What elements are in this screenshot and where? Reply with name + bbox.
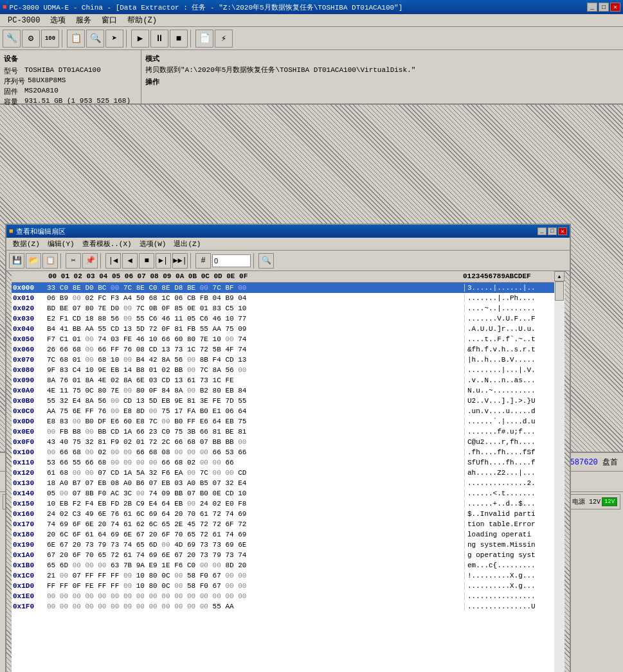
hex-row-bytes: 26 66 68 00 66 FF 76 08 CD 13 73 1C 72 5… [47, 346, 464, 353]
hex-row[interactable]: 0x15010 EB F2 F4 EB FD 2B C9 E4 64 EB 00… [12, 499, 554, 509]
hex-row[interactable]: 0x13018 A0 B7 07 EB 08 A0 B6 07 EB 03 A0… [12, 478, 554, 488]
toolbar-sep2 [126, 30, 129, 48]
hex-row-addr: 0x030 [12, 315, 47, 323]
close-btn[interactable]: ✕ [610, 3, 620, 12]
hex-row[interactable]: 0x01006 B9 00 02 FC F3 A4 50 68 1C 06 CB… [12, 293, 554, 303]
hex-row[interactable]: 0x0B055 32 E4 8A 56 00 CD 13 5D EB 9E 81… [12, 396, 554, 406]
toolbar-wrench-btn[interactable]: 🔧 [3, 30, 21, 48]
hex-tb-next[interactable]: ▶| [156, 253, 171, 269]
hex-row[interactable]: 0x06026 66 68 00 66 FF 76 08 CD 13 73 1C… [12, 344, 554, 355]
hex-row-ascii: g operating syst [464, 551, 554, 559]
hex-row-addr: 0x1C0 [12, 572, 47, 579]
hex-row[interactable]: 0x020BD BE 07 80 7E D0 00 7C 0B 0F 85 0E… [12, 303, 554, 314]
hex-row-bytes: 00 00 00 00 00 00 00 00 00 00 00 00 00 0… [47, 592, 464, 600]
hex-row[interactable]: 0x0A04E 11 75 0C 80 7E 00 80 0F 84 8A 00… [12, 385, 554, 396]
hex-row[interactable]: 0x12061 68 00 00 07 CD 1A 5A 32 F6 EA 00… [12, 468, 554, 478]
hex-tb-copy[interactable]: 📋 [42, 253, 58, 269]
hex-tb-stop[interactable]: ■ [139, 253, 154, 269]
hex-row[interactable]: 0x0809F 83 C4 10 9E EB 14 B8 01 02 BB 00… [12, 365, 554, 375]
toolbar-copy2-btn[interactable]: 📄 [195, 30, 213, 48]
hex-row-ascii: .A.U.U.]r...U.u. [464, 325, 554, 333]
menu-help[interactable]: 帮助(Z) [122, 13, 162, 27]
menu-pc3000[interactable]: PC-3000 [3, 15, 45, 26]
hex-scroll-thumb[interactable] [555, 281, 564, 301]
hex-row[interactable]: 0x1906E 67 20 73 79 73 74 65 6D 00 4D 69… [12, 540, 554, 550]
hex-row[interactable]: 0x040B4 41 BB AA 55 CD 13 5D 72 0F 81 FB… [12, 324, 554, 334]
hex-row[interactable]: 0x1E000 00 00 00 00 00 00 00 00 00 00 00… [12, 591, 554, 601]
hex-tb-search[interactable]: 🔍 [258, 253, 274, 269]
hex-scroll-up[interactable]: ▲ [554, 271, 564, 281]
hex-row[interactable]: 0x1B065 6D 00 00 00 63 7B 9A E9 1E F6 C0… [12, 560, 554, 570]
hex-tb-prev[interactable]: ◀ [122, 253, 138, 269]
hex-tb-first[interactable]: |◀ [105, 253, 121, 269]
hex-row-addr: 0x050 [12, 335, 47, 343]
hex-tb-sep1 [60, 253, 63, 269]
hex-minimize-btn[interactable]: _ [537, 227, 546, 235]
minimize-btn[interactable]: _ [587, 3, 597, 12]
hex-row-bytes: 53 66 55 66 68 00 00 00 00 66 68 02 00 0… [47, 459, 464, 466]
hex-row-addr: 0x160 [12, 510, 47, 518]
toolbar-lightning-btn[interactable]: ⚡ [215, 30, 233, 48]
hex-menu-template[interactable]: 查看模板..(X) [78, 238, 136, 249]
toolbar-stop-btn[interactable]: ■ [170, 30, 188, 48]
toolbar-100-btn[interactable]: 100 [41, 30, 59, 48]
hex-row[interactable]: 0x0E000 FB B8 00 BB CD 1A 66 23 C0 75 3B… [12, 427, 554, 437]
hex-row-ascii: $..Invalid parti [464, 510, 554, 518]
hex-row[interactable]: 0x030E2 F1 CD 18 88 56 00 55 C6 46 11 05… [12, 314, 554, 324]
hex-scrollbar[interactable]: ▲ ▼ [554, 271, 564, 672]
hex-row[interactable]: 0x00033 C0 8E D0 BC 00 7C 8E C0 8E D8 BE… [12, 283, 554, 293]
hex-row-addr: 0x1D0 [12, 582, 47, 590]
hex-row[interactable]: 0x0C0AA 75 6E FF 76 00 E8 8D 00 75 17 FA… [12, 406, 554, 416]
hex-row[interactable]: 0x0908A 76 01 8A 4E 02 8A 6E 03 CD 13 61… [12, 375, 554, 385]
hex-row[interactable]: 0x14005 00 07 8B F0 AC 3C 00 74 09 BB 07… [12, 488, 554, 499]
hex-tb-save[interactable]: 💾 [9, 253, 24, 269]
menu-window[interactable]: 窗口 [96, 13, 122, 27]
12v-indicator: 12V [602, 497, 617, 506]
hex-close-btn[interactable]: ✕ [558, 227, 567, 235]
hex-tb-goto-input[interactable] [212, 254, 251, 267]
hex-row-addr: 0x080 [12, 366, 47, 374]
hex-row-bytes: 65 6D 00 00 00 63 7B 9A E9 1E F6 C0 00 0… [47, 561, 464, 569]
title-bar: ■ PC-3000 UDMA-E - China - [Data Extract… [0, 0, 623, 14]
hex-row-bytes: 00 66 68 00 02 00 00 66 68 08 00 00 00 6… [47, 448, 464, 456]
hex-data-scroll[interactable]: 0x00033 C0 8E D0 BC 00 7C 8E C0 8E D8 BE… [12, 283, 554, 672]
hex-tb-last[interactable]: ▶▶| [172, 253, 188, 269]
hex-menu-edit[interactable]: 编辑(Y) [44, 238, 78, 249]
toolbar-copy-btn[interactable]: 📋 [67, 30, 85, 48]
hex-row[interactable]: 0x0707C 68 01 00 68 10 00 B4 42 8A 56 00… [12, 355, 554, 365]
serial-key: 序列号 [4, 76, 25, 86]
menu-options[interactable]: 选项 [45, 13, 71, 27]
hex-row[interactable]: 0x18020 6C 6F 61 64 69 6E 67 20 6F 70 65… [12, 529, 554, 540]
hex-row[interactable]: 0x16024 02 C3 49 6E 76 61 6C 69 64 20 70… [12, 509, 554, 519]
toolbar-chip-btn[interactable]: ⚙ [22, 30, 40, 48]
hex-row[interactable]: 0x1D0FF FF 0F FE FF FF 00 10 80 0C 00 58… [12, 581, 554, 591]
hex-row[interactable]: 0x11053 66 55 66 68 00 00 00 00 66 68 02… [12, 457, 554, 468]
hex-row[interactable]: 0x10000 66 68 00 02 00 00 66 68 08 00 00… [12, 447, 554, 457]
hex-tb-cut[interactable]: ✂ [66, 253, 81, 269]
hex-menu-data[interactable]: 数据(Z) [9, 238, 44, 249]
hex-row[interactable]: 0x1C021 00 07 FF FF FF 00 10 80 0C 00 58… [12, 570, 554, 581]
hex-tb-paste[interactable]: 📌 [82, 253, 98, 269]
toolbar-pause-btn[interactable]: ⏸ [150, 30, 168, 48]
toolbar-play-btn[interactable]: ▶ [131, 30, 149, 48]
power12v-group: 电源 12V 12V [569, 494, 620, 509]
toolbar-arrow-btn[interactable]: ➤ [105, 30, 123, 48]
hex-restore-btn[interactable]: □ [548, 227, 557, 235]
restore-btn[interactable]: □ [599, 3, 609, 12]
hex-row[interactable]: 0x1F000 00 00 00 00 00 00 00 00 00 00 00… [12, 601, 554, 612]
hex-tb-hash[interactable]: # [195, 253, 211, 269]
hex-row[interactable]: 0x1A067 20 6F 70 65 72 61 74 69 6E 67 20… [12, 550, 554, 560]
hex-row[interactable]: 0x0D0E8 83 00 B0 DF E6 60 E8 7C 00 B0 FF… [12, 416, 554, 427]
toolbar-search-btn[interactable]: 🔍 [86, 30, 104, 48]
firmware-key: 固件 [4, 87, 22, 96]
menu-service[interactable]: 服务 [71, 13, 96, 27]
hex-row-ascii: ...............U [464, 603, 554, 610]
hex-row[interactable]: 0x17074 69 6F 6E 20 74 61 62 6C 65 2E 45… [12, 519, 554, 529]
hex-tb-open[interactable]: 📂 [26, 253, 41, 269]
hex-row-bytes: 18 A0 B7 07 EB 08 A0 B6 07 EB 03 A0 B5 0… [47, 479, 464, 487]
hex-menu-exit[interactable]: 退出(Z) [170, 238, 204, 249]
hex-menu-options[interactable]: 选项(W) [136, 238, 170, 249]
hex-row[interactable]: 0x050F7 C1 01 00 74 03 FE 46 10 66 60 80… [12, 334, 554, 344]
hex-row[interactable]: 0x0F043 40 75 32 81 F9 02 01 72 2C 66 68… [12, 437, 554, 447]
hex-row-addr: 0x090 [12, 376, 47, 384]
